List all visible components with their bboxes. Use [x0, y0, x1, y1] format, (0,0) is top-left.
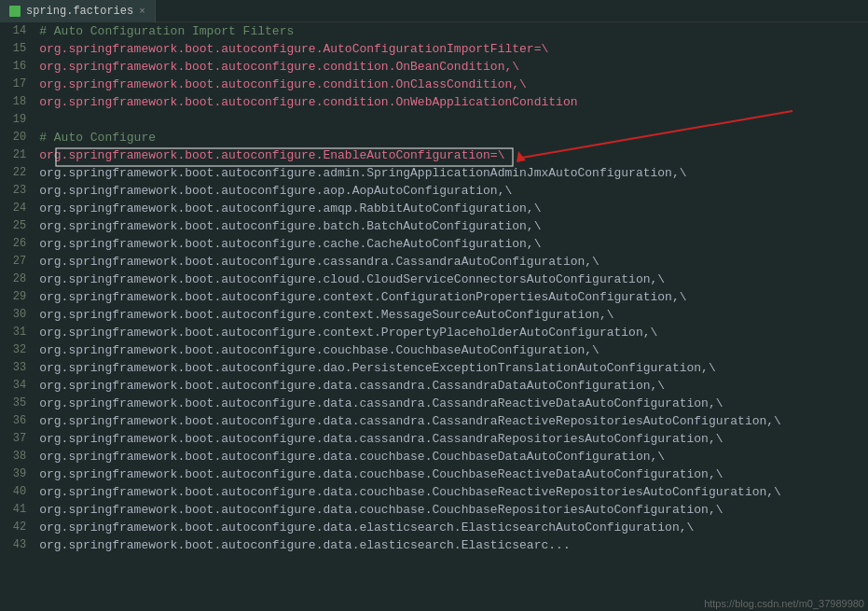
- line-content: org.springframework.boot.autoconfigure.d…: [37, 483, 868, 501]
- line-number: 40: [0, 483, 37, 501]
- line-content: org.springframework.boot.autoconfigure.d…: [37, 359, 868, 377]
- table-row: 40org.springframework.boot.autoconfigure…: [0, 483, 868, 501]
- line-content: org.springframework.boot.autoconfigure.c…: [37, 271, 868, 288]
- line-number: 31: [0, 324, 37, 341]
- code-editor: 14# Auto Configuration Import Filters15o…: [0, 22, 868, 611]
- line-content: [37, 111, 868, 129]
- line-content: org.springframework.boot.autoconfigure.c…: [37, 58, 868, 76]
- table-row: 27org.springframework.boot.autoconfigure…: [0, 253, 868, 271]
- table-row: 17org.springframework.boot.autoconfigure…: [0, 76, 868, 93]
- table-row: 39org.springframework.boot.autoconfigure…: [0, 465, 868, 483]
- line-number: 41: [0, 501, 37, 519]
- line-content: # Auto Configure: [37, 129, 868, 146]
- line-number: 38: [0, 448, 37, 465]
- line-content: org.springframework.boot.autoconfigure.c…: [37, 253, 868, 271]
- tab-close-button[interactable]: ×: [139, 6, 145, 17]
- line-number: 42: [0, 519, 37, 536]
- line-content: org.springframework.boot.autoconfigure.d…: [37, 377, 868, 395]
- table-row: 14# Auto Configuration Import Filters: [0, 22, 868, 40]
- line-number: 15: [0, 40, 37, 58]
- table-row: 19: [0, 111, 868, 129]
- table-row: 21org.springframework.boot.autoconfigure…: [0, 146, 868, 164]
- table-row: 43org.springframework.boot.autoconfigure…: [0, 536, 868, 554]
- table-row: 18org.springframework.boot.autoconfigure…: [0, 93, 868, 111]
- line-content: org.springframework.boot.autoconfigure.d…: [37, 519, 868, 536]
- table-row: 32org.springframework.boot.autoconfigure…: [0, 341, 868, 359]
- line-content: org.springframework.boot.autoconfigure.E…: [37, 146, 868, 164]
- line-number: 43: [0, 536, 37, 554]
- line-content: org.springframework.boot.autoconfigure.a…: [37, 200, 868, 217]
- table-row: 26org.springframework.boot.autoconfigure…: [0, 235, 868, 253]
- line-number: 17: [0, 76, 37, 93]
- line-number: 35: [0, 395, 37, 412]
- line-content: org.springframework.boot.autoconfigure.d…: [37, 536, 868, 554]
- line-number: 33: [0, 359, 37, 377]
- line-content: org.springframework.boot.autoconfigure.A…: [37, 40, 868, 58]
- line-content: org.springframework.boot.autoconfigure.c…: [37, 341, 868, 359]
- table-row: 38org.springframework.boot.autoconfigure…: [0, 448, 868, 465]
- table-row: 41org.springframework.boot.autoconfigure…: [0, 501, 868, 519]
- line-number: 39: [0, 465, 37, 483]
- line-number: 32: [0, 341, 37, 359]
- line-number: 23: [0, 182, 37, 200]
- line-number: 37: [0, 430, 37, 448]
- line-number: 25: [0, 217, 37, 235]
- line-content: org.springframework.boot.autoconfigure.d…: [37, 412, 868, 430]
- line-content: org.springframework.boot.autoconfigure.d…: [37, 395, 868, 412]
- table-row: 23org.springframework.boot.autoconfigure…: [0, 182, 868, 200]
- line-number: 16: [0, 58, 37, 76]
- table-row: 22org.springframework.boot.autoconfigure…: [0, 164, 868, 182]
- spring-factories-tab[interactable]: spring.factories ×: [0, 0, 156, 22]
- line-number: 19: [0, 111, 37, 129]
- table-row: 37org.springframework.boot.autoconfigure…: [0, 430, 868, 448]
- table-row: 28org.springframework.boot.autoconfigure…: [0, 271, 868, 288]
- watermark: https://blog.csdn.net/m0_37989980: [704, 598, 864, 609]
- line-content: org.springframework.boot.autoconfigure.c…: [37, 306, 868, 324]
- table-row: 25org.springframework.boot.autoconfigure…: [0, 217, 868, 235]
- table-row: 20# Auto Configure: [0, 129, 868, 146]
- line-number: 26: [0, 235, 37, 253]
- line-content: org.springframework.boot.autoconfigure.a…: [37, 164, 868, 182]
- line-content: org.springframework.boot.autoconfigure.d…: [37, 430, 868, 448]
- line-content: org.springframework.boot.autoconfigure.d…: [37, 465, 868, 483]
- line-number: 30: [0, 306, 37, 324]
- line-content: org.springframework.boot.autoconfigure.d…: [37, 501, 868, 519]
- line-number: 29: [0, 288, 37, 306]
- line-content: org.springframework.boot.autoconfigure.c…: [37, 288, 868, 306]
- spring-icon: [9, 6, 21, 17]
- line-number: 24: [0, 200, 37, 217]
- line-number: 18: [0, 93, 37, 111]
- line-content: org.springframework.boot.autoconfigure.c…: [37, 235, 868, 253]
- table-row: 42org.springframework.boot.autoconfigure…: [0, 519, 868, 536]
- tab-bar: spring.factories ×: [0, 0, 868, 22]
- line-content: org.springframework.boot.autoconfigure.d…: [37, 448, 868, 465]
- table-row: 36org.springframework.boot.autoconfigure…: [0, 412, 868, 430]
- line-content: org.springframework.boot.autoconfigure.c…: [37, 324, 868, 341]
- tab-label: spring.factories: [26, 5, 133, 18]
- line-number: 27: [0, 253, 37, 271]
- line-number: 22: [0, 164, 37, 182]
- line-number: 28: [0, 271, 37, 288]
- line-content: org.springframework.boot.autoconfigure.c…: [37, 76, 868, 93]
- table-row: 24org.springframework.boot.autoconfigure…: [0, 200, 868, 217]
- table-row: 29org.springframework.boot.autoconfigure…: [0, 288, 868, 306]
- table-row: 16org.springframework.boot.autoconfigure…: [0, 58, 868, 76]
- line-content: org.springframework.boot.autoconfigure.c…: [37, 93, 868, 111]
- line-number: 20: [0, 129, 37, 146]
- line-content: # Auto Configuration Import Filters: [37, 22, 868, 40]
- code-table: 14# Auto Configuration Import Filters15o…: [0, 22, 868, 554]
- line-content: org.springframework.boot.autoconfigure.b…: [37, 217, 868, 235]
- line-number: 34: [0, 377, 37, 395]
- line-number: 21: [0, 146, 37, 164]
- table-row: 30org.springframework.boot.autoconfigure…: [0, 306, 868, 324]
- line-number: 36: [0, 412, 37, 430]
- line-number: 14: [0, 22, 37, 40]
- table-row: 31org.springframework.boot.autoconfigure…: [0, 324, 868, 341]
- table-row: 34org.springframework.boot.autoconfigure…: [0, 377, 868, 395]
- line-content: org.springframework.boot.autoconfigure.a…: [37, 182, 868, 200]
- table-row: 15org.springframework.boot.autoconfigure…: [0, 40, 868, 58]
- table-row: 35org.springframework.boot.autoconfigure…: [0, 395, 868, 412]
- table-row: 33org.springframework.boot.autoconfigure…: [0, 359, 868, 377]
